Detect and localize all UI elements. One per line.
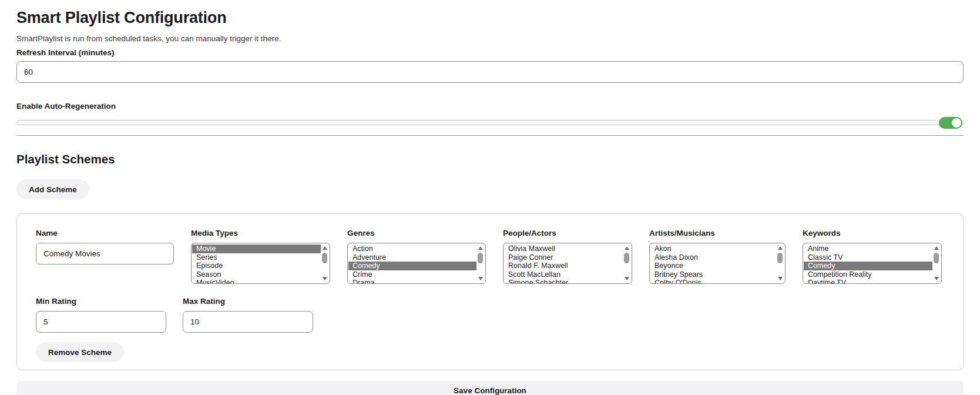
scroll-down-icon[interactable]	[478, 277, 483, 280]
people-actors-options: Olivia MaxwellPaige ConnerRonald F. Maxw…	[504, 245, 623, 283]
min-rating-label: Min Rating	[36, 297, 166, 306]
listbox-option[interactable]: Season	[192, 270, 321, 279]
media-types-listbox[interactable]: MovieSeriesEpisodeSeasonMusicVideo	[191, 243, 330, 284]
listbox-option[interactable]: Classic TV	[804, 253, 932, 262]
people-actors-label: People/Actors	[503, 229, 632, 237]
auto-regeneration-toggle-row	[16, 117, 964, 129]
scroll-up-icon[interactable]	[478, 246, 483, 250]
playlist-schemes-heading: Playlist Schemes	[16, 152, 964, 166]
listbox-option[interactable]: Akon	[650, 245, 776, 253]
scroll-down-icon[interactable]	[625, 277, 629, 280]
keywords-field: Keywords AnimeClassic TVComedyCompetitio…	[803, 229, 942, 284]
artists-musicians-listbox[interactable]: AkonAlesha DixonBeyonceBritney SpearsCol…	[649, 243, 786, 284]
scrollbar[interactable]	[777, 245, 784, 282]
media-types-field: Media Types MovieSeriesEpisodeSeasonMusi…	[191, 229, 330, 284]
listbox-option[interactable]: Scott MacLellan	[504, 270, 623, 279]
save-configuration-button[interactable]: Save Configuration	[16, 381, 964, 395]
keywords-label: Keywords	[803, 229, 942, 237]
listbox-option[interactable]: Competition Reality	[804, 270, 932, 279]
scrollbar-thumb[interactable]	[934, 253, 939, 263]
listbox-option[interactable]: MusicVideo	[192, 279, 321, 283]
scrollbar[interactable]	[321, 245, 328, 282]
refresh-interval-label: Refresh Interval (minutes)	[16, 48, 964, 57]
listbox-option[interactable]: Alesha Dixon	[650, 253, 776, 262]
section-divider	[16, 135, 964, 136]
listbox-option[interactable]: Paige Conner	[504, 253, 623, 262]
genres-listbox[interactable]: ActionAdventureComedyCrimeDrama	[347, 243, 486, 284]
listbox-option[interactable]: Action	[348, 245, 476, 253]
page-title: Smart Playlist Configuration	[16, 8, 964, 27]
media-types-label: Media Types	[191, 229, 330, 237]
listbox-option[interactable]: Anime	[804, 245, 932, 253]
scheme-card: Name Media Types MovieSeriesEpisodeSeaso…	[16, 213, 964, 370]
people-actors-field: People/Actors Olivia MaxwellPaige Conner…	[503, 229, 632, 284]
remove-scheme-button[interactable]: Remove Scheme	[36, 342, 124, 362]
listbox-option[interactable]: Ronald F. Maxwell	[504, 262, 623, 270]
scrollbar[interactable]	[477, 245, 484, 282]
scroll-up-icon[interactable]	[934, 246, 939, 250]
scrollbar[interactable]	[933, 245, 940, 282]
listbox-option[interactable]: Crime	[348, 270, 476, 279]
ratings-row: Min Rating Max Rating	[36, 297, 945, 333]
name-input[interactable]	[36, 243, 174, 265]
artists-musicians-options: AkonAlesha DixonBeyonceBritney SpearsCol…	[650, 245, 776, 283]
add-scheme-button[interactable]: Add Scheme	[16, 179, 89, 199]
listbox-option[interactable]: Beyonce	[650, 262, 776, 270]
min-rating-field: Min Rating	[36, 297, 166, 333]
listbox-option[interactable]: Daytime TV	[804, 279, 932, 283]
keywords-options: AnimeClassic TVComedyCompetition Reality…	[804, 245, 932, 283]
listbox-option[interactable]: Simone Schachter	[504, 279, 623, 283]
listbox-option[interactable]: Colby O'Donis	[650, 279, 776, 283]
smart-playlist-config-page: Smart Playlist Configuration SmartPlayli…	[0, 8, 980, 395]
listbox-option[interactable]: Britney Spears	[650, 270, 776, 279]
scroll-down-icon[interactable]	[323, 277, 327, 280]
scroll-down-icon[interactable]	[778, 277, 783, 280]
genres-field: Genres ActionAdventureComedyCrimeDrama	[347, 229, 486, 284]
listbox-option[interactable]: Adventure	[348, 253, 476, 262]
scrollbar-thumb[interactable]	[624, 253, 629, 263]
keywords-listbox[interactable]: AnimeClassic TVComedyCompetition Reality…	[803, 243, 942, 284]
listbox-option[interactable]: Movie	[192, 245, 321, 253]
listbox-option[interactable]: Comedy	[348, 262, 476, 270]
artists-musicians-label: Artists/Musicians	[649, 229, 786, 237]
scroll-down-icon[interactable]	[934, 277, 939, 280]
name-field: Name	[36, 229, 174, 284]
listbox-option[interactable]: Episode	[192, 262, 321, 270]
scroll-up-icon[interactable]	[778, 246, 783, 250]
listbox-option[interactable]: Drama	[348, 279, 476, 283]
scroll-up-icon[interactable]	[625, 246, 629, 250]
refresh-interval-input[interactable]	[16, 61, 964, 83]
name-label: Name	[36, 229, 174, 237]
page-subtitle: SmartPlaylist is run from scheduled task…	[16, 34, 964, 43]
max-rating-input[interactable]	[183, 311, 313, 333]
listbox-option[interactable]: Olivia Maxwell	[504, 245, 623, 253]
genres-options: ActionAdventureComedyCrimeDrama	[348, 245, 476, 283]
media-types-options: MovieSeriesEpisodeSeasonMusicVideo	[192, 245, 321, 283]
people-actors-listbox[interactable]: Olivia MaxwellPaige ConnerRonald F. Maxw…	[503, 243, 632, 284]
toggle-track	[16, 120, 964, 125]
toggle-knob-icon	[952, 118, 961, 128]
scroll-up-icon[interactable]	[323, 246, 327, 250]
scrollbar-thumb[interactable]	[322, 253, 327, 263]
min-rating-input[interactable]	[36, 311, 166, 333]
listbox-option[interactable]: Comedy	[804, 262, 932, 270]
scrollbar-thumb[interactable]	[777, 253, 783, 263]
listbox-option[interactable]: Series	[192, 253, 321, 262]
max-rating-label: Max Rating	[183, 297, 313, 306]
scrollbar-thumb[interactable]	[478, 253, 483, 263]
artists-musicians-field: Artists/Musicians AkonAlesha DixonBeyonc…	[649, 229, 786, 284]
scheme-fields-row: Name Media Types MovieSeriesEpisodeSeaso…	[36, 229, 945, 284]
genres-label: Genres	[347, 229, 486, 237]
auto-regeneration-label: Enable Auto-Regeneration	[16, 102, 964, 111]
max-rating-field: Max Rating	[183, 297, 313, 333]
scrollbar[interactable]	[623, 245, 630, 282]
auto-regeneration-toggle[interactable]	[939, 117, 962, 129]
